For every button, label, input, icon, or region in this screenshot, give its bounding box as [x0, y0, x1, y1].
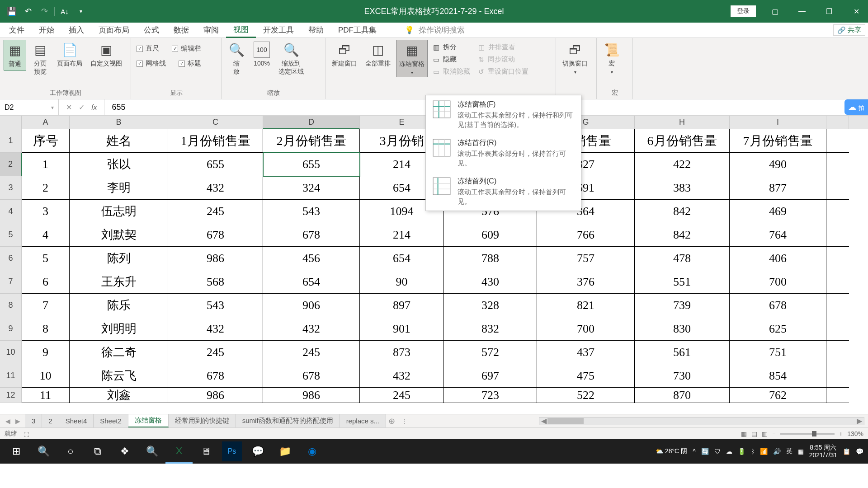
cloud-sync-button[interactable]: ☁ 拍 — [844, 99, 868, 115]
check-headings[interactable]: 标题 — [177, 58, 203, 69]
cell[interactable]: 678 — [168, 364, 263, 388]
cancel-icon[interactable]: ✕ — [63, 103, 74, 112]
tab-nav-next[interactable]: ▶ — [14, 418, 22, 425]
cell[interactable]: 432 — [360, 364, 444, 388]
tray-volume-icon[interactable]: 🔊 — [773, 448, 781, 455]
weather-widget[interactable]: ⛅ 28°C 阴 — [656, 447, 687, 455]
cell[interactable]: 821 — [537, 294, 635, 317]
view-normal-icon[interactable]: ▦ — [741, 430, 747, 437]
tray-battery-icon[interactable]: 🔋 — [738, 448, 745, 455]
view-pagebreak-button[interactable]: ▤分页 预览 — [29, 40, 52, 78]
tray-wifi-icon[interactable]: 📶 — [760, 448, 768, 455]
cell[interactable]: 697 — [444, 364, 537, 388]
reset-position-button[interactable]: ↺重设窗口位置 — [476, 66, 531, 77]
tab-file[interactable]: 文件 — [2, 23, 32, 38]
cell[interactable]: 刘默契 — [70, 223, 168, 247]
fx-icon[interactable]: fx — [89, 103, 99, 112]
cell[interactable] — [826, 129, 849, 153]
cell[interactable]: 9 — [22, 341, 70, 364]
tab-insert[interactable]: 插入 — [61, 23, 91, 38]
cell[interactable]: 328 — [444, 294, 537, 317]
cell[interactable]: 10 — [22, 364, 70, 388]
share-button[interactable]: 🔗 共享 — [833, 24, 865, 36]
tab-data[interactable]: 数据 — [166, 23, 196, 38]
cell[interactable]: 4 — [22, 223, 70, 247]
zoom-selection-button[interactable]: 🔍缩放到 选定区域 — [276, 40, 307, 78]
sync-scroll-button[interactable]: ⇅同步滚动 — [476, 54, 531, 65]
col-header[interactable]: C — [168, 116, 263, 129]
cell[interactable]: 324 — [263, 176, 360, 200]
cell[interactable]: 1月份销售量 — [168, 129, 263, 153]
sort-icon[interactable]: A↓ — [58, 5, 71, 18]
tray-bluetooth-icon[interactable]: ᛒ — [751, 448, 755, 455]
check-gridlines[interactable]: 网格线 — [135, 58, 168, 69]
tab-developer[interactable]: 开发工具 — [256, 23, 301, 38]
cell[interactable]: 王东升 — [70, 270, 168, 294]
cell[interactable]: 432 — [168, 317, 263, 341]
photoshop-icon[interactable]: Ps — [222, 441, 242, 461]
cell[interactable]: 842 — [635, 200, 730, 223]
cell[interactable]: 625 — [730, 317, 826, 341]
cell[interactable]: 655 — [263, 153, 360, 176]
tray-security-icon[interactable]: 🛡 — [714, 448, 721, 455]
cell[interactable] — [826, 153, 849, 176]
cell[interactable]: 873 — [360, 341, 444, 364]
cell[interactable]: 877 — [730, 176, 826, 200]
tray-chevron-icon[interactable]: ^ — [693, 448, 696, 455]
sheet-tab[interactable]: Sheet2 — [94, 414, 128, 427]
cell[interactable]: 437 — [537, 341, 635, 364]
cell[interactable]: 609 — [444, 223, 537, 247]
freeze-top-row-option[interactable]: 冻结首行(R)滚动工作表其余部分时，保持首行可见。 — [426, 134, 581, 172]
search-icon[interactable]: 🔍 — [30, 439, 57, 464]
view-pagelayout-icon[interactable]: ▤ — [751, 430, 757, 437]
row-header[interactable]: 3 — [0, 176, 22, 200]
side-by-side-button[interactable]: ◫并排查看 — [476, 42, 531, 53]
cell[interactable]: 655 — [168, 153, 263, 176]
qat-customize-icon[interactable]: ▾ — [75, 5, 87, 18]
cell[interactable]: 986 — [168, 247, 263, 270]
cell[interactable]: 551 — [635, 270, 730, 294]
cell[interactable]: 986 — [168, 388, 263, 403]
record-macro-icon[interactable]: ⬚ — [24, 430, 29, 437]
tab-pdf[interactable]: PDF工具集 — [331, 23, 384, 38]
zoom-in-icon[interactable]: + — [839, 430, 843, 437]
tab-help[interactable]: 帮助 — [301, 23, 331, 38]
unhide-button[interactable]: ▭取消隐藏 — [430, 66, 473, 77]
cell[interactable]: 432 — [263, 317, 360, 341]
cell[interactable]: 90 — [360, 270, 444, 294]
cell[interactable]: 678 — [263, 364, 360, 388]
cell[interactable]: 214 — [360, 223, 444, 247]
freeze-first-col-option[interactable]: 冻结首列(C)滚动工作表其余部分时，保持首列可见。 — [426, 172, 581, 211]
cell[interactable]: 383 — [635, 176, 730, 200]
cell[interactable]: 678 — [730, 294, 826, 317]
new-window-button[interactable]: 🗗新建窗口 — [329, 40, 360, 70]
row-header[interactable]: 10 — [0, 341, 22, 364]
cell[interactable]: 830 — [635, 317, 730, 341]
cell[interactable]: 986 — [263, 388, 360, 403]
tab-home[interactable]: 开始 — [32, 23, 61, 38]
check-ruler[interactable]: 直尺 — [135, 43, 161, 54]
cell[interactable]: 245 — [263, 341, 360, 364]
cell[interactable]: 6月份销售量 — [635, 129, 730, 153]
cell[interactable]: 832 — [444, 317, 537, 341]
zoom-slider[interactable] — [780, 433, 835, 435]
zoom-level[interactable]: 130% — [847, 430, 863, 437]
view-pagebreak-icon[interactable]: ▥ — [762, 430, 768, 437]
cell[interactable]: 456 — [263, 247, 360, 270]
undo-icon[interactable]: ↶ — [22, 5, 34, 18]
row-header[interactable]: 4 — [0, 200, 22, 223]
cell[interactable]: 245 — [360, 388, 444, 403]
action-center-icon[interactable]: 💬 — [856, 448, 863, 455]
cell[interactable]: 700 — [730, 270, 826, 294]
redo-icon[interactable]: ↷ — [38, 5, 51, 18]
select-all-corner[interactable] — [0, 116, 22, 129]
freeze-panes-option[interactable]: 冻结窗格(F)滚动工作表其余部分时，保持行和列可见(基于当前的选择)。 — [426, 95, 581, 134]
enter-icon[interactable]: ✓ — [76, 103, 87, 112]
cell[interactable] — [826, 388, 849, 403]
tab-formulas[interactable]: 公式 — [137, 23, 166, 38]
cortana-icon[interactable]: ○ — [57, 439, 84, 464]
notifications-icon[interactable]: 📋 — [843, 448, 850, 455]
start-button[interactable]: ⊞ — [3, 439, 30, 464]
zoom-100-button[interactable]: 100100% — [250, 40, 273, 69]
cell[interactable]: 870 — [635, 388, 730, 403]
